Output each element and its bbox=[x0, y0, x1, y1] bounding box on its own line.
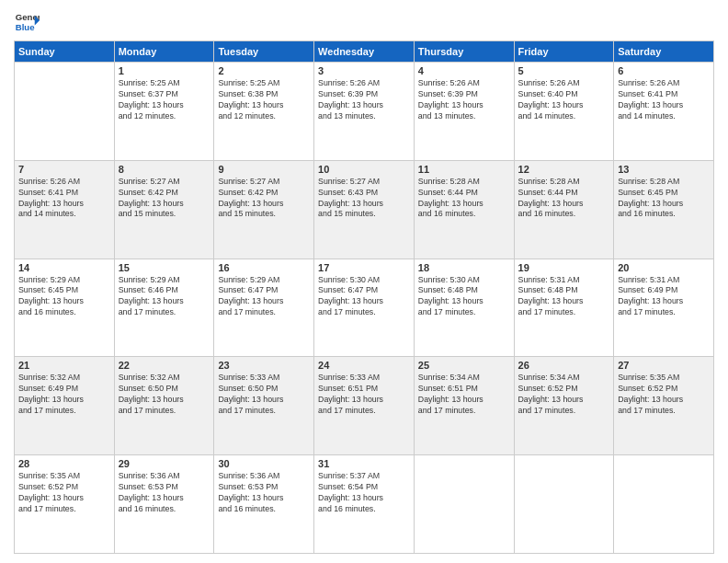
day-number: 18 bbox=[418, 262, 510, 273]
day-info: Sunrise: 5:33 AM Sunset: 6:50 PM Dayligh… bbox=[218, 373, 310, 417]
day-cell: 20Sunrise: 5:31 AM Sunset: 6:49 PM Dayli… bbox=[614, 259, 714, 357]
day-cell: 7Sunrise: 5:26 AM Sunset: 6:41 PM Daylig… bbox=[15, 160, 115, 259]
day-cell: 24Sunrise: 5:33 AM Sunset: 6:51 PM Dayli… bbox=[314, 357, 415, 455]
day-info: Sunrise: 5:34 AM Sunset: 6:51 PM Dayligh… bbox=[418, 373, 510, 417]
day-cell: 8Sunrise: 5:27 AM Sunset: 6:42 PM Daylig… bbox=[114, 160, 214, 259]
day-info: Sunrise: 5:25 AM Sunset: 6:38 PM Dayligh… bbox=[218, 78, 310, 122]
day-cell: 11Sunrise: 5:28 AM Sunset: 6:44 PM Dayli… bbox=[414, 160, 514, 259]
day-number: 27 bbox=[618, 360, 710, 371]
week-row-2: 7Sunrise: 5:26 AM Sunset: 6:41 PM Daylig… bbox=[15, 160, 714, 259]
week-row-4: 21Sunrise: 5:32 AM Sunset: 6:49 PM Dayli… bbox=[15, 357, 714, 455]
day-number: 12 bbox=[518, 164, 610, 175]
day-info: Sunrise: 5:26 AM Sunset: 6:40 PM Dayligh… bbox=[518, 78, 610, 122]
calendar-table: SundayMondayTuesdayWednesdayThursdayFrid… bbox=[14, 40, 714, 554]
day-info: Sunrise: 5:32 AM Sunset: 6:50 PM Dayligh… bbox=[119, 373, 210, 417]
day-info: Sunrise: 5:35 AM Sunset: 6:52 PM Dayligh… bbox=[618, 373, 710, 417]
day-info: Sunrise: 5:37 AM Sunset: 6:54 PM Dayligh… bbox=[318, 471, 410, 515]
header: General Blue bbox=[14, 9, 714, 35]
weekday-header-saturday: Saturday bbox=[614, 41, 714, 63]
day-info: Sunrise: 5:26 AM Sunset: 6:41 PM Dayligh… bbox=[18, 177, 110, 221]
day-number: 11 bbox=[418, 164, 510, 175]
day-cell: 29Sunrise: 5:36 AM Sunset: 6:53 PM Dayli… bbox=[114, 455, 214, 554]
day-number: 2 bbox=[218, 65, 310, 76]
day-cell: 14Sunrise: 5:29 AM Sunset: 6:45 PM Dayli… bbox=[15, 259, 115, 357]
day-info: Sunrise: 5:29 AM Sunset: 6:46 PM Dayligh… bbox=[119, 275, 210, 319]
day-cell: 17Sunrise: 5:30 AM Sunset: 6:47 PM Dayli… bbox=[314, 259, 415, 357]
day-number: 23 bbox=[218, 360, 310, 371]
day-cell bbox=[514, 455, 614, 554]
day-cell: 19Sunrise: 5:31 AM Sunset: 6:48 PM Dayli… bbox=[514, 259, 614, 357]
day-cell: 18Sunrise: 5:30 AM Sunset: 6:48 PM Dayli… bbox=[414, 259, 514, 357]
day-cell: 10Sunrise: 5:27 AM Sunset: 6:43 PM Dayli… bbox=[314, 160, 415, 259]
day-info: Sunrise: 5:29 AM Sunset: 6:47 PM Dayligh… bbox=[218, 275, 310, 319]
day-number: 1 bbox=[119, 65, 210, 76]
day-info: Sunrise: 5:31 AM Sunset: 6:48 PM Dayligh… bbox=[518, 275, 610, 319]
day-cell: 16Sunrise: 5:29 AM Sunset: 6:47 PM Dayli… bbox=[214, 259, 314, 357]
day-info: Sunrise: 5:27 AM Sunset: 6:43 PM Dayligh… bbox=[318, 177, 410, 221]
weekday-header-tuesday: Tuesday bbox=[214, 41, 314, 63]
day-info: Sunrise: 5:27 AM Sunset: 6:42 PM Dayligh… bbox=[218, 177, 310, 221]
day-info: Sunrise: 5:36 AM Sunset: 6:53 PM Dayligh… bbox=[218, 471, 310, 515]
day-number: 19 bbox=[518, 262, 610, 273]
day-cell: 26Sunrise: 5:34 AM Sunset: 6:52 PM Dayli… bbox=[514, 357, 614, 455]
day-number: 6 bbox=[618, 65, 710, 76]
weekday-header-sunday: Sunday bbox=[15, 41, 115, 63]
day-number: 10 bbox=[318, 164, 410, 175]
weekday-header-wednesday: Wednesday bbox=[314, 41, 415, 63]
day-number: 14 bbox=[18, 262, 110, 273]
day-info: Sunrise: 5:28 AM Sunset: 6:44 PM Dayligh… bbox=[518, 177, 610, 221]
day-number: 20 bbox=[618, 262, 710, 273]
day-info: Sunrise: 5:36 AM Sunset: 6:53 PM Dayligh… bbox=[119, 471, 210, 515]
day-cell: 13Sunrise: 5:28 AM Sunset: 6:45 PM Dayli… bbox=[614, 160, 714, 259]
day-number: 22 bbox=[119, 360, 210, 371]
day-number: 15 bbox=[119, 262, 210, 273]
week-row-3: 14Sunrise: 5:29 AM Sunset: 6:45 PM Dayli… bbox=[15, 259, 714, 357]
day-number: 13 bbox=[618, 164, 710, 175]
day-number: 24 bbox=[318, 360, 410, 371]
day-number: 9 bbox=[218, 164, 310, 175]
day-cell: 2Sunrise: 5:25 AM Sunset: 6:38 PM Daylig… bbox=[214, 63, 314, 161]
logo-icon: General Blue bbox=[14, 9, 40, 35]
day-cell: 30Sunrise: 5:36 AM Sunset: 6:53 PM Dayli… bbox=[214, 455, 314, 554]
day-number: 31 bbox=[318, 458, 410, 469]
day-info: Sunrise: 5:29 AM Sunset: 6:45 PM Dayligh… bbox=[18, 275, 110, 319]
day-number: 8 bbox=[119, 164, 210, 175]
day-number: 26 bbox=[518, 360, 610, 371]
day-cell: 4Sunrise: 5:26 AM Sunset: 6:39 PM Daylig… bbox=[414, 63, 514, 161]
day-number: 25 bbox=[418, 360, 510, 371]
week-row-5: 28Sunrise: 5:35 AM Sunset: 6:52 PM Dayli… bbox=[15, 455, 714, 554]
day-info: Sunrise: 5:30 AM Sunset: 6:48 PM Dayligh… bbox=[418, 275, 510, 319]
day-cell: 15Sunrise: 5:29 AM Sunset: 6:46 PM Dayli… bbox=[114, 259, 214, 357]
day-number: 17 bbox=[318, 262, 410, 273]
day-cell: 9Sunrise: 5:27 AM Sunset: 6:42 PM Daylig… bbox=[214, 160, 314, 259]
day-info: Sunrise: 5:26 AM Sunset: 6:41 PM Dayligh… bbox=[618, 78, 710, 122]
day-info: Sunrise: 5:27 AM Sunset: 6:42 PM Dayligh… bbox=[119, 177, 210, 221]
day-cell bbox=[414, 455, 514, 554]
day-number: 4 bbox=[418, 65, 510, 76]
day-cell: 6Sunrise: 5:26 AM Sunset: 6:41 PM Daylig… bbox=[614, 63, 714, 161]
day-number: 16 bbox=[218, 262, 310, 273]
weekday-header-row: SundayMondayTuesdayWednesdayThursdayFrid… bbox=[15, 41, 714, 63]
day-info: Sunrise: 5:34 AM Sunset: 6:52 PM Dayligh… bbox=[518, 373, 610, 417]
day-cell: 31Sunrise: 5:37 AM Sunset: 6:54 PM Dayli… bbox=[314, 455, 415, 554]
day-cell: 1Sunrise: 5:25 AM Sunset: 6:37 PM Daylig… bbox=[114, 63, 214, 161]
logo: General Blue bbox=[14, 9, 40, 35]
day-cell: 3Sunrise: 5:26 AM Sunset: 6:39 PM Daylig… bbox=[314, 63, 415, 161]
day-cell: 25Sunrise: 5:34 AM Sunset: 6:51 PM Dayli… bbox=[414, 357, 514, 455]
day-info: Sunrise: 5:35 AM Sunset: 6:52 PM Dayligh… bbox=[18, 471, 110, 515]
day-info: Sunrise: 5:26 AM Sunset: 6:39 PM Dayligh… bbox=[318, 78, 410, 122]
day-cell: 5Sunrise: 5:26 AM Sunset: 6:40 PM Daylig… bbox=[514, 63, 614, 161]
day-number: 5 bbox=[518, 65, 610, 76]
page: General Blue SundayMondayTuesdayWednesda… bbox=[0, 0, 728, 563]
day-number: 21 bbox=[18, 360, 110, 371]
day-info: Sunrise: 5:28 AM Sunset: 6:44 PM Dayligh… bbox=[418, 177, 510, 221]
weekday-header-monday: Monday bbox=[114, 41, 214, 63]
day-info: Sunrise: 5:25 AM Sunset: 6:37 PM Dayligh… bbox=[119, 78, 210, 122]
day-cell bbox=[15, 63, 115, 161]
day-cell: 23Sunrise: 5:33 AM Sunset: 6:50 PM Dayli… bbox=[214, 357, 314, 455]
day-cell: 22Sunrise: 5:32 AM Sunset: 6:50 PM Dayli… bbox=[114, 357, 214, 455]
day-cell: 27Sunrise: 5:35 AM Sunset: 6:52 PM Dayli… bbox=[614, 357, 714, 455]
svg-text:Blue: Blue bbox=[16, 22, 35, 32]
day-number: 30 bbox=[218, 458, 310, 469]
week-row-1: 1Sunrise: 5:25 AM Sunset: 6:37 PM Daylig… bbox=[15, 63, 714, 161]
